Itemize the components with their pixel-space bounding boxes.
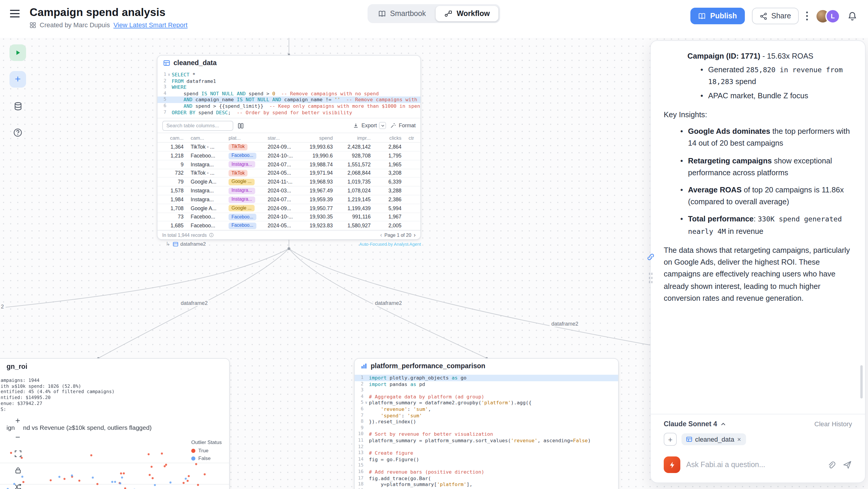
panel-link-button[interactable]: [647, 253, 655, 264]
table-cell: 1,965: [374, 161, 405, 167]
spend-vs-revenue-scatter[interactable]: [0, 447, 229, 489]
lock-button[interactable]: [12, 464, 24, 476]
column-header[interactable]: star...: [264, 135, 300, 141]
panel-drag-handle[interactable]: [648, 272, 652, 285]
share-button[interactable]: Share: [752, 8, 799, 24]
info-icon[interactable]: [209, 233, 214, 237]
context-chip[interactable]: cleaned_data ×: [681, 433, 746, 445]
run-workflow-button[interactable]: [9, 44, 26, 61]
node-header-platform[interactable]: platform_performance_comparison: [355, 359, 618, 373]
code-line: 15: [355, 463, 618, 469]
result-grid-footer: In total 1,944 records ‹ Page 1 of 20 ›: [157, 230, 421, 239]
table-cell: Instagra...: [225, 161, 264, 168]
column-header[interactable]: spend: [300, 135, 336, 141]
tab-smartbook[interactable]: Smartbook: [369, 6, 435, 21]
fit-view-button[interactable]: [12, 448, 24, 459]
stat-line: ampaigns: 1944: [1, 378, 115, 383]
column-header[interactable]: clicks: [374, 135, 405, 141]
format-wand-icon: [391, 123, 396, 128]
data-sources-button[interactable]: [9, 98, 26, 114]
zoom-in-button[interactable]: +: [12, 415, 24, 426]
table-row[interactable]: 1,685Faceboo...Faceboo...2024-05...19,92…: [157, 222, 421, 231]
output-dataframe-label[interactable]: dataframe2: [180, 241, 206, 247]
attach-file-button[interactable]: [827, 460, 835, 469]
add-context-button[interactable]: +: [664, 433, 677, 446]
shuffle-button[interactable]: [12, 481, 24, 489]
tab-workflow[interactable]: Workflow: [436, 6, 499, 21]
send-button[interactable]: [842, 460, 852, 469]
more-options-button[interactable]: [806, 11, 808, 21]
table-row[interactable]: 1,364TikTok - ...TikTok2024-09...19,993.…: [157, 143, 421, 152]
table-row[interactable]: 1,984Instagra...Instagra...2024-07...19,…: [157, 195, 421, 204]
columns-icon: [238, 122, 244, 129]
chat-summary-paragraph: The data shows that retargeting campaign…: [664, 245, 852, 304]
platform-chip: Instagra...: [228, 161, 255, 168]
sql-editor[interactable]: 1∨SELECT *2FROM dataframe13WHERE4 spend …: [157, 70, 421, 118]
help-button[interactable]: [9, 124, 26, 141]
code-line: 2FROM dataframe1: [157, 78, 421, 84]
code-line: 16# Add revenue bars (positive direction…: [355, 469, 618, 475]
table-row[interactable]: 1,578Instagra...Instagra...2024-03...19,…: [157, 186, 421, 195]
chat-message-area[interactable]: Campaign (ID: 1771) - 15.63x ROAS Genera…: [651, 41, 865, 414]
scatter-point: [121, 477, 123, 479]
table-cell: 1,795: [374, 153, 405, 159]
table-cell: 19,950.77: [300, 205, 336, 211]
table-row[interactable]: 732TikTok - ...TikTok2024-05...19,971.94…: [157, 169, 421, 178]
table-row[interactable]: 1,708Google A...Google ...2024-09...19,9…: [157, 204, 421, 213]
clear-history-button[interactable]: Clear History: [814, 420, 852, 427]
format-label: Format: [399, 123, 416, 128]
scatter-point: [123, 472, 125, 475]
table-search-input[interactable]: [162, 120, 233, 130]
records-count: In total 1,944 records: [162, 232, 207, 238]
format-button[interactable]: Format: [391, 123, 416, 128]
avatar-group[interactable]: L: [815, 8, 840, 23]
chat-scrollbar[interactable]: [860, 365, 863, 398]
table-cell: 19,930.35: [300, 214, 336, 220]
scatter-point: [96, 483, 99, 485]
table-row[interactable]: 9Instagra...Instagra...2024-07...19,988.…: [157, 160, 421, 169]
column-header[interactable]: cam...: [187, 135, 225, 141]
hamburger-menu-button[interactable]: [9, 9, 20, 20]
view-latest-report-link[interactable]: View Latest Smart Report: [113, 21, 187, 28]
node-header-cleaned-data[interactable]: cleaned_data: [157, 56, 421, 70]
remove-context-icon[interactable]: ×: [737, 436, 741, 442]
column-header[interactable]: plat...: [225, 135, 264, 141]
chat-list-item: Campaign (ID: 1771) - 15.63x ROAS: [687, 50, 852, 62]
avatar-initial[interactable]: L: [825, 8, 840, 23]
page-subtitle: Created by Marc Dupuis View Latest Smart…: [30, 21, 188, 28]
python-editor[interactable]: 1import plotly.graph_objects as go2impor…: [355, 373, 618, 489]
table-row[interactable]: 73Faceboo...Faceboo...2024-10-...19,930.…: [157, 213, 421, 222]
add-node-button[interactable]: +: [9, 71, 26, 88]
column-header[interactable]: cam...: [157, 135, 187, 141]
column-header[interactable]: ctr: [405, 135, 421, 141]
table-cell: 1,199,439: [336, 205, 374, 211]
table-cell: 732: [157, 170, 187, 176]
table-cell: TikTok: [225, 144, 264, 150]
export-button[interactable]: Export: [353, 122, 386, 129]
column-header[interactable]: impr...: [336, 135, 374, 141]
notifications-button[interactable]: [847, 11, 857, 21]
next-page-button[interactable]: ›: [413, 232, 416, 238]
model-selector[interactable]: Claude Sonnet 4: [664, 420, 726, 427]
table-header-row: cam...cam...plat...star...spendimpr...cl…: [157, 133, 421, 143]
cleaned-data-node[interactable]: cleaned_data 1∨SELECT *2FROM dataframe13…: [157, 55, 421, 240]
table-cell: Instagra...: [225, 196, 264, 203]
chevron-up-icon: [720, 422, 726, 426]
columns-toggle-button[interactable]: [238, 122, 244, 129]
table-cell: 6,339: [374, 179, 405, 185]
platform-performance-node[interactable]: platform_performance_comparison 1import …: [354, 358, 619, 489]
code-line: 11platform_summary = platform_summary.so…: [355, 437, 618, 444]
prev-page-button[interactable]: ‹: [380, 232, 382, 238]
table-row[interactable]: 1,218Faceboo...Faceboo...2024-10-...19,9…: [157, 152, 421, 160]
table-cell: Google ...: [225, 179, 264, 185]
publish-button[interactable]: Publish: [691, 8, 745, 24]
table-row[interactable]: 79Google A...Google ...2024-11-...19,968…: [157, 178, 421, 187]
ask-question-input[interactable]: [686, 461, 820, 469]
code-line: 5∨platform_summary = dataframe2.groupby(…: [355, 400, 618, 406]
zoom-out-button[interactable]: −: [12, 431, 24, 443]
table-cell: 1,578: [157, 188, 187, 193]
table-cell: Faceboo...: [225, 222, 264, 229]
table-cell: 19,959.39: [300, 196, 336, 203]
export-dropdown[interactable]: [379, 122, 386, 129]
campaign-roi-node[interactable]: gn_roi ampaigns: 1944ith ≥$10k spend: 10…: [0, 358, 230, 489]
